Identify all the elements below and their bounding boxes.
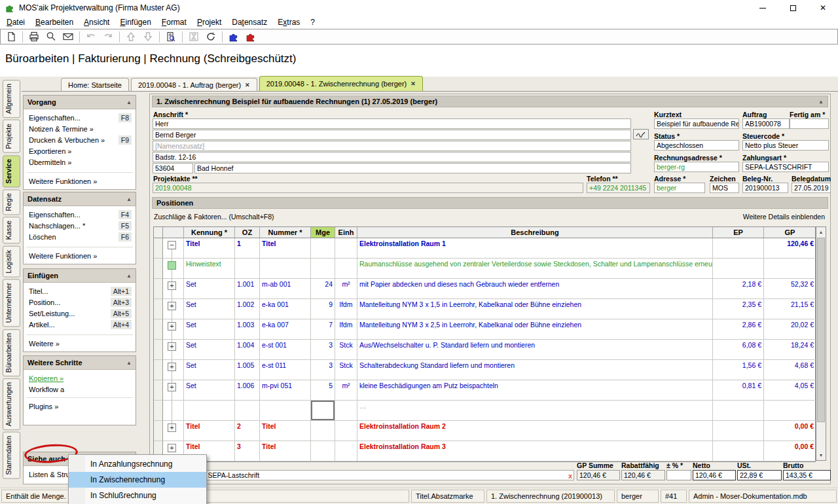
- cell-oz[interactable]: 1.003: [235, 319, 260, 340]
- cell-beschreibung[interactable]: kleine Beschädigungen am Putz beispachte…: [357, 380, 713, 401]
- scroll-up-icon[interactable]: ▲: [816, 227, 826, 237]
- address-edit-button[interactable]: [633, 129, 649, 139]
- collapse-icon[interactable]: ▲: [126, 273, 132, 279]
- col-oz[interactable]: OZ: [235, 227, 260, 238]
- cell-gp[interactable]: 120,46 €: [764, 238, 816, 259]
- status-field[interactable]: Abgeschlossen: [654, 140, 739, 151]
- cell-gp[interactable]: 18,24 €: [764, 340, 816, 360]
- col-kennung[interactable]: Kennung *: [184, 227, 235, 238]
- sidebar-action[interactable]: Notizen & Termine »: [24, 123, 136, 134]
- nav-tab[interactable]: Allgemein: [3, 80, 20, 118]
- sidebar-action[interactable]: Set/Leistung...Alt+5: [24, 308, 136, 319]
- cell-einh[interactable]: Stck: [335, 360, 357, 380]
- cell-ep[interactable]: [713, 421, 764, 441]
- tree-cell[interactable]: [163, 238, 184, 259]
- cell-nummer[interactable]: e-ka 007: [260, 319, 311, 340]
- cell-mge[interactable]: [311, 401, 335, 421]
- scrollbar-thumb[interactable]: [817, 238, 825, 422]
- cell-oz[interactable]: 1: [235, 238, 260, 259]
- nav-tab[interactable]: Unternehmer: [3, 279, 20, 327]
- menu-ansicht[interactable]: Ansicht: [79, 16, 115, 28]
- tab-close-icon[interactable]: ✕: [245, 82, 250, 88]
- tree-cell[interactable]: [163, 401, 184, 421]
- sidebar-action[interactable]: LöschenF6: [24, 231, 136, 242]
- table-row[interactable]: Set 1.004 e-st 001 3 Stck Aus/Wechselsch…: [154, 340, 815, 360]
- new-document-icon[interactable]: [3, 30, 19, 43]
- maximize-button[interactable]: [778, 0, 808, 16]
- telefon-field[interactable]: +49 2224 2011345: [587, 183, 650, 193]
- col-mge[interactable]: Mge: [311, 227, 335, 238]
- cell-mge[interactable]: 3: [311, 340, 335, 360]
- nav-tab[interactable]: Regie: [3, 189, 20, 215]
- cell-mge[interactable]: [311, 441, 335, 461]
- tree-toggle-icon[interactable]: [168, 281, 176, 290]
- cell-einh[interactable]: [335, 401, 357, 421]
- row-selector[interactable]: [154, 238, 163, 259]
- minimize-button[interactable]: [748, 0, 778, 16]
- print-icon[interactable]: [26, 30, 42, 43]
- col-ep[interactable]: EP: [713, 227, 764, 238]
- row-selector[interactable]: [154, 340, 163, 360]
- cell-einh[interactable]: m²: [335, 279, 357, 299]
- cell-nummer[interactable]: m-pvi 051: [260, 380, 311, 401]
- cell-oz[interactable]: [235, 401, 260, 421]
- cell-nummer[interactable]: Titel: [260, 238, 311, 259]
- cell-beschreibung[interactable]: mit Papier abdecken und dieses nach Gebr…: [357, 279, 713, 299]
- tree-cell[interactable]: [163, 421, 184, 441]
- cell-gp[interactable]: 20,02 €: [764, 319, 816, 340]
- cell-ep[interactable]: 0,81 €: [713, 380, 764, 401]
- menu-einfuegen[interactable]: Einfügen: [115, 16, 156, 28]
- tree-toggle-icon[interactable]: [168, 363, 176, 371]
- nav-tab[interactable]: Auswertungen: [3, 378, 20, 430]
- tree-toggle-icon[interactable]: [168, 241, 176, 249]
- menu-datei[interactable]: Datei: [1, 16, 30, 28]
- cell-kennung[interactable]: Set: [184, 360, 235, 380]
- row-selector[interactable]: [154, 319, 163, 340]
- tree-cell[interactable]: [163, 319, 184, 340]
- tree-toggle-icon[interactable]: [168, 444, 176, 452]
- menu-format[interactable]: Format: [156, 16, 192, 28]
- menu-bearbeiten[interactable]: Bearbeiten: [30, 16, 79, 28]
- cell-beschreibung[interactable]: Raumanschlüsse ausgehend von zentraler V…: [357, 259, 713, 279]
- clear-icon[interactable]: x: [568, 471, 572, 480]
- rechnungsadresse-field[interactable]: berger-rg: [654, 162, 739, 172]
- prozent-value[interactable]: [666, 470, 691, 480]
- cell-kennung[interactable]: [184, 401, 235, 421]
- tree-toggle-icon[interactable]: [168, 322, 176, 331]
- cell-beschreibung[interactable]: Elektroinstallation Raum 2: [357, 421, 713, 441]
- collapse-icon[interactable]: ▲: [126, 99, 132, 105]
- print-preview-icon[interactable]: [43, 30, 59, 43]
- row-selector[interactable]: [154, 279, 163, 299]
- col-nummer[interactable]: Nummer *: [260, 227, 311, 238]
- weitere-details-link[interactable]: Weitere Details einblenden: [743, 213, 825, 221]
- footer-zahlungsart-field[interactable]: Einzeleinzug per SEPA-Lastschrift x: [153, 470, 574, 480]
- fertig-am-field[interactable]: [790, 118, 829, 129]
- cell-mge[interactable]: 7: [311, 319, 335, 340]
- cell-einh[interactable]: m²: [335, 380, 357, 401]
- cell-nummer[interactable]: [260, 259, 311, 279]
- row-selector[interactable]: [154, 401, 163, 421]
- nav-tab[interactable]: Logistik: [3, 246, 20, 278]
- zuschlaege-link[interactable]: Zuschläge & Faktoren... (Umschalt+F8): [154, 213, 274, 221]
- menu-hilfe[interactable]: ?: [305, 16, 320, 28]
- sidebar-action-more[interactable]: Weitere Funktionen »: [24, 175, 136, 187]
- refresh-icon[interactable]: [203, 30, 219, 43]
- cell-kennung[interactable]: Set: [184, 340, 235, 360]
- cell-ep[interactable]: 2,18 €: [713, 279, 764, 299]
- tree-cell[interactable]: [163, 340, 184, 360]
- cell-kennung[interactable]: Hinweistext: [184, 259, 235, 279]
- collapse-icon[interactable]: ▲: [818, 99, 824, 105]
- col-beschreibung[interactable]: Beschreibung: [357, 227, 713, 238]
- sidebar-action[interactable]: Titel...Alt+1: [24, 285, 136, 297]
- table-row[interactable]: Set 1.005 e-st 011 3 Stck Schalterabdeck…: [154, 360, 815, 380]
- cell-beschreibung[interactable]: Mantelleitung NYM 3 x 1,5 in Leerrohr, K…: [357, 299, 713, 319]
- sidebar-action[interactable]: Position...Alt+3: [24, 297, 136, 308]
- cell-gp[interactable]: 0,00 €: [764, 441, 816, 461]
- cell-beschreibung[interactable]: …: [357, 401, 713, 421]
- cell-kennung[interactable]: Set: [184, 299, 235, 319]
- context-menu-item[interactable]: In Zwischenrechnung: [69, 472, 206, 488]
- nav-tab[interactable]: Stammdaten: [3, 432, 20, 479]
- cell-ep[interactable]: 2,35 €: [713, 299, 764, 319]
- collapse-icon[interactable]: ▲: [126, 360, 132, 366]
- table-row[interactable]: Titel 2 Titel Elektroinstallation Raum 2…: [154, 421, 815, 441]
